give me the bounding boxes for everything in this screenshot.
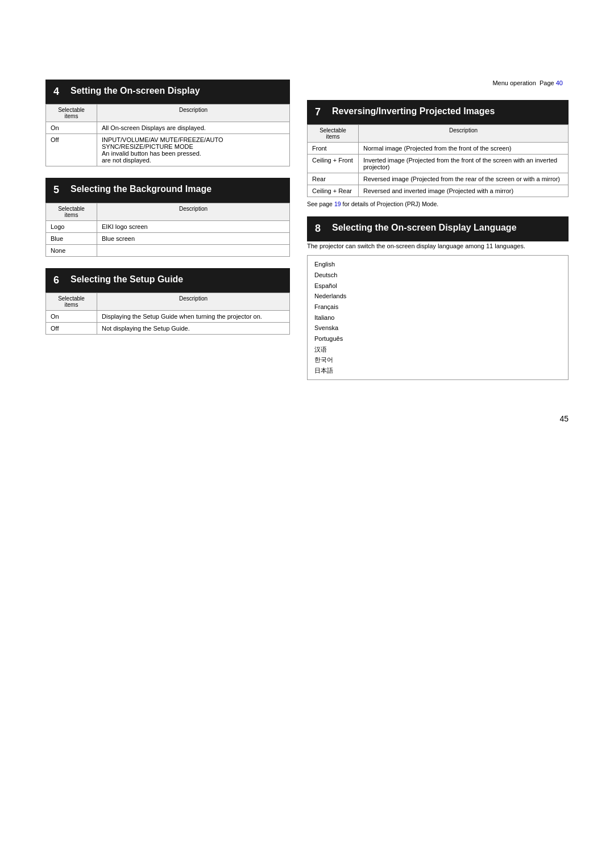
right-column: Menu operation Page 40 7 Reversing/Inver… <box>307 80 569 380</box>
s4-col2-header: Description <box>97 105 290 122</box>
table-row-desc: Inverted image (Projected from the front… <box>359 155 569 173</box>
table-row-desc: Reversed image (Projected from the rear … <box>359 173 569 185</box>
table-row-desc: EIKI logo screen <box>97 220 290 232</box>
section-8-header: 8 Selecting the On-screen Display Langua… <box>307 216 569 241</box>
s5-col2-header: Description <box>97 203 290 220</box>
language-item: Svenska <box>314 323 561 333</box>
section-5: 5 Selecting the Background Image Selecta… <box>45 178 290 256</box>
table-row-item: None <box>46 244 97 256</box>
section-4: 4 Setting the On-screen Display Selectab… <box>45 80 290 166</box>
s7-col1-header: Selectable items <box>308 125 359 143</box>
section-6-number: 6 <box>53 274 66 287</box>
table-row-desc: Displaying the Setup Guide when turning … <box>97 311 290 323</box>
s7-col2-header: Description <box>359 125 569 143</box>
page-layout: 4 Setting the On-screen Display Selectab… <box>45 34 569 423</box>
language-item: Français <box>314 302 561 312</box>
table-row-item: Front <box>308 143 359 155</box>
language-item: Español <box>314 281 561 291</box>
section-6-title: Selecting the Setup Guide <box>70 274 183 286</box>
s6-col1-header: Selectable items <box>46 293 97 311</box>
table-row-desc: INPUT/VOLUME/AV MUTE/FREEZE/AUTO SYNC/RE… <box>97 134 290 166</box>
s7-note-page-link[interactable]: 19 <box>334 201 341 207</box>
s6-col2-header: Description <box>97 293 290 311</box>
language-box: EnglishDeutschEspañolNederlandsFrançaisI… <box>307 255 569 380</box>
table-row-desc: Normal image (Projected from the front o… <box>359 143 569 155</box>
section-7-header: 7 Reversing/Inverting Projected Images <box>307 100 569 124</box>
table-row-desc: Reversed and inverted image (Projected w… <box>359 185 569 197</box>
section-8-intro: The projector can switch the on-screen d… <box>307 241 569 251</box>
section-7-title: Reversing/Inverting Projected Images <box>332 106 495 118</box>
table-row-item: On <box>46 311 97 323</box>
language-item: Italiano <box>314 312 561 323</box>
menu-op-page-link[interactable]: 40 <box>556 80 563 86</box>
section-7-table: Selectable items Description FrontNormal… <box>307 124 569 197</box>
table-row-item: Off <box>46 323 97 335</box>
page-number: 45 <box>45 391 569 423</box>
section-4-title: Setting the On-screen Display <box>70 85 200 97</box>
section-4-header: 4 Setting the On-screen Display <box>45 80 290 104</box>
section-5-title: Selecting the Background Image <box>70 183 211 195</box>
section-8: 8 Selecting the On-screen Display Langua… <box>307 216 569 379</box>
menu-op-label: Menu operation <box>492 80 536 86</box>
left-column: 4 Setting the On-screen Display Selectab… <box>45 80 290 380</box>
s4-col1-header: Selectable items <box>46 105 97 122</box>
table-row-item: Ceiling + Rear <box>308 185 359 197</box>
table-row-item: Blue <box>46 232 97 244</box>
section-6: 6 Selecting the Setup Guide Selectable i… <box>45 268 290 335</box>
section-6-header: 6 Selecting the Setup Guide <box>45 268 290 293</box>
table-row-desc <box>97 244 290 256</box>
language-item: 한국어 <box>314 354 561 365</box>
section-7: 7 Reversing/Inverting Projected Images S… <box>307 100 569 207</box>
language-item: 日本語 <box>314 365 561 376</box>
top-spacer <box>45 34 569 80</box>
section-7-note: See page 19 for details of Projection (P… <box>307 201 569 207</box>
menu-op-page-label: Page <box>540 80 554 86</box>
section-5-number: 5 <box>53 183 66 197</box>
language-item: Português <box>314 333 561 344</box>
language-item: Nederlands <box>314 291 561 302</box>
section-8-title: Selecting the On-screen Display Language <box>332 222 517 234</box>
section-4-table: Selectable items Description OnAll On-sc… <box>45 104 290 166</box>
table-row-item: Ceiling + Front <box>308 155 359 173</box>
s5-col1-header: Selectable items <box>46 203 97 220</box>
language-item: 汉语 <box>314 344 561 355</box>
table-row-desc: All On-screen Displays are displayed. <box>97 122 290 134</box>
menu-operation-line: Menu operation Page 40 <box>307 80 569 86</box>
table-row-item: Rear <box>308 173 359 185</box>
table-row-item: On <box>46 122 97 134</box>
section-5-header: 5 Selecting the Background Image <box>45 178 290 202</box>
section-5-table: Selectable items Description LogoEIKI lo… <box>45 203 290 257</box>
table-row-item: Logo <box>46 220 97 232</box>
section-4-number: 4 <box>53 85 66 98</box>
section-8-number: 8 <box>315 222 327 235</box>
section-6-table: Selectable items Description OnDisplayin… <box>45 293 290 335</box>
table-row-desc: Blue screen <box>97 232 290 244</box>
section-7-number: 7 <box>315 106 327 119</box>
table-row-desc: Not displaying the Setup Guide. <box>97 323 290 335</box>
language-item: English <box>314 259 561 270</box>
table-row-item: Off <box>46 134 97 166</box>
main-columns: 4 Setting the On-screen Display Selectab… <box>45 80 569 380</box>
language-item: Deutsch <box>314 270 561 281</box>
